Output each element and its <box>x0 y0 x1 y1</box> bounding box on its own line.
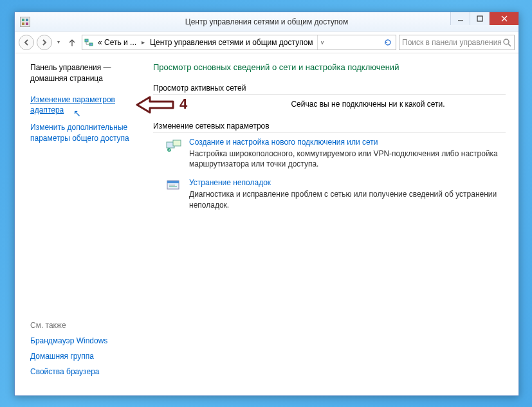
history-dropdown[interactable]: ▾ <box>55 39 62 45</box>
breadcrumb-seg-2[interactable]: Центр управления сетями и общим доступом <box>147 38 316 47</box>
chevron-right-icon[interactable]: ▸ <box>140 39 146 46</box>
address-bar[interactable]: « Сеть и ... ▸ Центр управления сетями и… <box>82 35 396 50</box>
window-title: Центр управления сетями и общим доступом <box>15 17 518 26</box>
sidebar-link-sharing-settings[interactable]: Изменить дополнительные параметры общего… <box>30 122 140 144</box>
maximize-button[interactable] <box>470 12 489 25</box>
sidebar: Панель управления — домашняя страница Из… <box>15 53 147 395</box>
sidebar-link-adapter-settings[interactable]: Изменение параметров адаптера ↖ <box>30 95 140 116</box>
titlebar: Центр управления сетями и общим доступом <box>15 12 518 32</box>
network-icon <box>84 37 94 48</box>
search-placeholder: Поиск в панели управления <box>402 38 502 47</box>
task-new-connection: Создание и настройка нового подключения … <box>165 138 506 169</box>
svg-point-13 <box>504 39 509 44</box>
sidebar-link-adapter-label: Изменение параметров адаптера <box>30 95 115 115</box>
svg-rect-16 <box>173 140 181 146</box>
see-also-browser[interactable]: Свойства браузера <box>30 367 140 376</box>
network-center-window: Центр управления сетями и общим доступом… <box>14 12 519 396</box>
see-also-firewall[interactable]: Брандмауэр Windows <box>30 336 140 345</box>
svg-rect-3 <box>26 23 28 25</box>
page-heading: Просмотр основных сведений о сети и наст… <box>153 62 506 72</box>
minimize-button[interactable] <box>450 12 470 25</box>
main-pane: Просмотр основных сведений о сети и наст… <box>147 53 518 395</box>
svg-rect-2 <box>22 23 24 25</box>
task-troubleshoot-desc: Диагностика и исправление проблем с сеть… <box>189 189 506 210</box>
svg-rect-9 <box>85 39 88 42</box>
breadcrumb-seg-1[interactable]: « Сеть и ... <box>95 38 139 47</box>
see-also: См. также Брандмауэр Windows Домашняя гр… <box>30 321 140 389</box>
hand-cursor-icon: ↖ <box>73 107 81 120</box>
control-panel-home-link[interactable]: Панель управления — домашняя страница <box>30 62 140 84</box>
task-troubleshoot: Устранение неполадок Диагностика и испра… <box>165 178 506 210</box>
svg-point-17 <box>167 148 171 152</box>
section-network-params-title: Изменение сетевых параметров <box>153 122 506 132</box>
troubleshoot-icon <box>165 178 183 194</box>
svg-line-14 <box>508 44 511 46</box>
task-new-connection-desc: Настройка широкополосного, коммутируемог… <box>189 149 506 169</box>
new-connection-icon <box>165 138 183 153</box>
address-dropdown[interactable]: v <box>317 35 327 50</box>
toolbar: ▾ « Сеть и ... ▸ Центр управления сетями… <box>15 32 518 53</box>
task-troubleshoot-link[interactable]: Устранение неполадок <box>189 178 506 187</box>
task-new-connection-link[interactable]: Создание и настройка нового подключения … <box>189 138 506 147</box>
see-also-homegroup[interactable]: Домашняя группа <box>30 352 140 361</box>
up-button[interactable] <box>65 35 79 50</box>
no-connection-text: Сейчас вы не подключены ни к какой сети. <box>230 100 506 109</box>
svg-rect-1 <box>26 19 28 21</box>
svg-rect-19 <box>167 181 179 183</box>
see-also-title: См. также <box>30 321 140 330</box>
window-buttons <box>450 12 518 25</box>
forward-button[interactable] <box>37 35 52 50</box>
back-button[interactable] <box>19 35 34 50</box>
search-icon <box>502 38 511 47</box>
refresh-button[interactable] <box>381 39 394 46</box>
svg-rect-5 <box>477 16 482 21</box>
section-active-networks-title: Просмотр активных сетей <box>153 84 506 95</box>
search-input[interactable]: Поиск в панели управления <box>399 35 515 50</box>
content: Панель управления — домашняя страница Из… <box>15 53 518 395</box>
app-icon <box>20 17 30 27</box>
close-button[interactable] <box>489 12 518 25</box>
svg-rect-0 <box>22 19 24 21</box>
